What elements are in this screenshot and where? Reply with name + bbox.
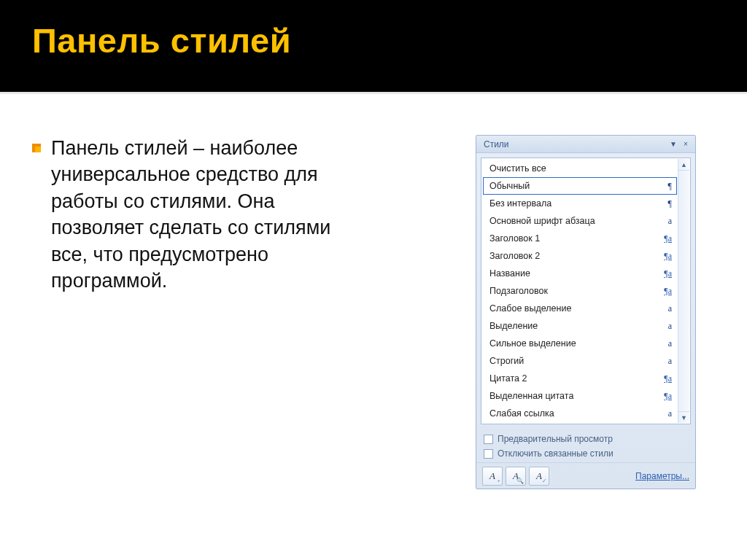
letter-a-icon: A: [489, 470, 495, 482]
pane-menu-button[interactable]: ▼: [668, 139, 678, 149]
check-subicon: ✓: [542, 478, 547, 484]
preview-checkbox[interactable]: Предварительный просмотр: [484, 432, 688, 446]
style-item[interactable]: Заголовок 1¶a: [483, 230, 677, 247]
scroll-up-button[interactable]: ▲: [678, 159, 689, 171]
checkbox-icon: [484, 435, 493, 444]
style-type-icon: a: [660, 338, 672, 349]
styles-task-pane: Стили ▼ × Очистить всеОбычный¶Без интерв…: [476, 135, 696, 489]
style-item[interactable]: Выделениеa: [483, 317, 677, 335]
style-item[interactable]: Слабая ссылкаa: [483, 405, 677, 422]
style-item[interactable]: Заголовок 2¶a: [483, 247, 677, 265]
style-item[interactable]: Обычный¶: [483, 177, 677, 195]
style-item-label: Сильное выделение: [489, 338, 660, 349]
slide-text-column: Панель стилей – наиболее универсальное с…: [32, 135, 368, 489]
style-type-icon: ¶a: [660, 286, 672, 297]
style-item[interactable]: Основной шрифт абзацаa: [483, 212, 677, 230]
slide-header: Панель стилей: [0, 0, 747, 94]
scrollbar[interactable]: ▲ ▼: [678, 159, 689, 423]
style-item-label: Обычный: [489, 181, 660, 191]
style-inspector-button[interactable]: A 🔍: [506, 467, 526, 486]
styles-list-container: Очистить всеОбычный¶Без интервала¶Основн…: [481, 158, 691, 424]
style-type-icon: a: [660, 408, 672, 419]
plus-subicon: +: [497, 478, 500, 484]
style-item[interactable]: Название¶a: [483, 265, 677, 282]
preview-checkbox-label: Предварительный просмотр: [498, 434, 613, 444]
slide-body: Панель стилей – наиболее универсальное с…: [0, 94, 747, 489]
style-item[interactable]: Очистить все: [483, 160, 677, 177]
letter-a-icon: A: [536, 470, 542, 482]
style-type-icon: ¶a: [660, 233, 672, 244]
checkbox-icon: [484, 449, 493, 459]
style-item-label: Выделенная цитата: [489, 391, 660, 401]
bullet-row: Панель стилей – наиболее универсальное с…: [32, 135, 368, 295]
manage-styles-button[interactable]: A ✓: [529, 467, 549, 486]
style-item-label: Выделение: [489, 321, 660, 331]
style-item-label: Без интервала: [489, 198, 660, 209]
style-type-icon: ¶a: [660, 251, 672, 262]
style-item[interactable]: Подзаголовок¶a: [483, 282, 677, 300]
magnifier-subicon: 🔍: [516, 478, 524, 484]
style-item[interactable]: Выделенная цитата¶a: [483, 387, 677, 405]
style-item[interactable]: Цитата 2¶a: [483, 370, 677, 387]
new-style-button[interactable]: A +: [482, 467, 503, 486]
style-item[interactable]: Слабое выделениеa: [483, 300, 677, 317]
pane-titlebar: Стили ▼ ×: [476, 136, 695, 153]
style-item-label: Слабая ссылка: [489, 408, 660, 419]
pane-title: Стили: [484, 139, 509, 149]
style-item-label: Подзаголовок: [489, 286, 660, 296]
scroll-down-button[interactable]: ▼: [678, 411, 689, 423]
style-item-label: Цитата 2: [489, 373, 660, 384]
pane-close-button[interactable]: ×: [681, 139, 691, 149]
style-type-icon: ¶: [660, 181, 672, 192]
style-item-label: Заголовок 2: [489, 251, 660, 261]
style-item-label: Очистить все: [489, 163, 660, 174]
style-item-label: Слабое выделение: [489, 303, 660, 314]
style-type-icon: a: [660, 356, 672, 367]
bullet-text: Панель стилей – наиболее универсальное с…: [51, 135, 368, 295]
style-type-icon: a: [660, 303, 672, 314]
disable-linked-checkbox[interactable]: Отключить связанные стили: [484, 446, 688, 461]
style-item-label: Заголовок 1: [489, 233, 660, 244]
slide-title: Панель стилей: [32, 20, 715, 61]
style-type-icon: ¶: [660, 198, 672, 209]
disable-linked-checkbox-label: Отключить связанные стили: [498, 448, 614, 459]
style-item[interactable]: Строгийa: [483, 352, 677, 370]
slide-image-column: Стили ▼ × Очистить всеОбычный¶Без интерв…: [476, 135, 715, 489]
style-item[interactable]: Сильное выделениеa: [483, 335, 677, 352]
style-item[interactable]: Без интервала¶: [483, 195, 677, 212]
style-item-label: Название: [489, 268, 660, 279]
options-link[interactable]: Параметры...: [635, 471, 689, 481]
bullet-icon: [32, 144, 41, 152]
pane-options: Предварительный просмотр Отключить связа…: [476, 429, 695, 462]
pane-footer: A + A 🔍 A ✓ Параметры...: [476, 462, 695, 489]
style-type-icon: a: [660, 216, 672, 227]
style-item-label: Основной шрифт абзаца: [489, 216, 660, 226]
style-type-icon: ¶a: [660, 373, 672, 384]
style-type-icon: ¶a: [660, 391, 672, 402]
style-type-icon: ¶a: [660, 268, 672, 279]
styles-list: Очистить всеОбычный¶Без интервала¶Основн…: [481, 158, 690, 424]
style-type-icon: a: [660, 321, 672, 332]
style-item-label: Строгий: [489, 356, 660, 366]
